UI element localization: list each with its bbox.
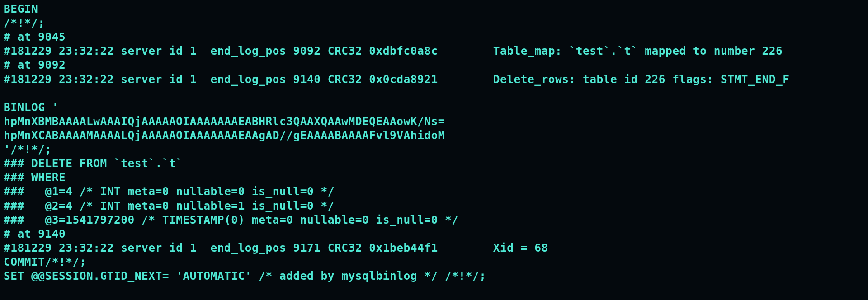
mysqlbinlog-output: BEGIN /*!*/; # at 9045 #181229 23:32:22 … (0, 0, 868, 286)
